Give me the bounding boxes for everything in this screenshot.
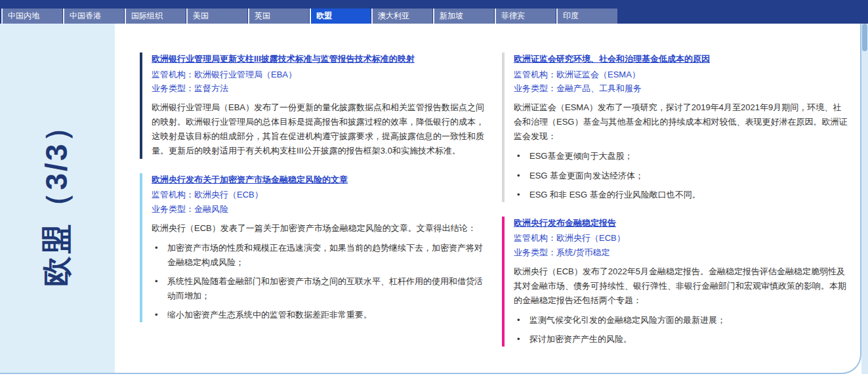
tab-australia[interactable]: 澳大利亚 bbox=[371, 9, 432, 24]
tab-china-mainland[interactable]: 中国内地 bbox=[1, 9, 62, 24]
tab-label: 印度 bbox=[563, 11, 579, 22]
card-regulator: 监管机构：欧洲银行业管理局（EBA） bbox=[152, 69, 487, 81]
tab-label: 新加坡 bbox=[440, 11, 463, 22]
news-card-eba-pillar3-mapping: 欧洲银行业管理局更新支柱III披露技术标准与监管报告技术标准的映射 监管机构：欧… bbox=[140, 53, 487, 159]
card-business-type: 业务类型：金融风险 bbox=[152, 203, 487, 216]
tab-label: 菲律宾 bbox=[501, 11, 525, 22]
card-regulator: 监管机构：欧洲央行（ECB） bbox=[514, 232, 850, 245]
card-title-link[interactable]: 欧洲银行业管理局更新支柱III披露技术标准与监管报告技术标准的映射 bbox=[152, 53, 415, 66]
bullet-item: 探讨加密资产产生的风险。 bbox=[514, 332, 850, 347]
card-business-type: 业务类型：监督方法 bbox=[152, 83, 487, 95]
tab-india[interactable]: 印度 bbox=[556, 9, 617, 24]
card-body: 欧洲央行（ECB）发布了2022年5月金融稳定报告。金融稳定报告评估金融稳定脆弱… bbox=[514, 264, 850, 308]
tab-uk[interactable]: 英国 bbox=[248, 9, 309, 24]
news-card-esma-esg-funds: 欧洲证监会研究环境、社会和治理基金低成本的原因 监管机构：欧洲证监会（ESMA）… bbox=[502, 53, 850, 202]
scrollbar-thumb[interactable] bbox=[862, 24, 867, 51]
section-title: 欧盟（3/3） bbox=[37, 110, 78, 287]
card-regulator: 监管机构：欧洲央行（ECB） bbox=[152, 189, 487, 201]
jurisdiction-tabs: 中国内地 中国香港 国际组织 美国 英国 欧盟 澳大利亚 新加坡 菲律宾 印度 bbox=[1, 9, 618, 24]
sidebar: 欧盟（3/3） bbox=[0, 24, 115, 373]
tab-hong-kong-china[interactable]: 中国香港 bbox=[63, 9, 124, 24]
tab-label: 英国 bbox=[255, 11, 270, 22]
tab-eu[interactable]: 欧盟 bbox=[310, 9, 371, 24]
bullet-item: 系统性风险随着金融部门和加密资产市场之间的互联水平、杠杆作用的使用和借贷活动而增… bbox=[152, 274, 487, 303]
content-column-right: 欧洲证监会研究环境、社会和治理基金低成本的原因 监管机构：欧洲证监会（ESMA）… bbox=[502, 53, 850, 373]
tab-singapore[interactable]: 新加坡 bbox=[433, 9, 494, 24]
tab-usa[interactable]: 美国 bbox=[186, 9, 247, 24]
bullet-item: ESG 和非 ESG 基金的行业风险敞口也不同。 bbox=[514, 188, 850, 202]
tab-label: 国际组织 bbox=[131, 11, 163, 22]
card-bullet-list: ESG基金更倾向于大盘股； ESG 基金更面向发达经济体； ESG 和非 ESG… bbox=[514, 149, 850, 201]
bullet-item: ESG 基金更面向发达经济体； bbox=[514, 169, 850, 183]
card-regulator: 监管机构：欧洲证监会（ESMA） bbox=[514, 69, 850, 81]
top-tab-bar: 中国内地 中国香港 国际组织 美国 英国 欧盟 澳大利亚 新加坡 菲律宾 印度 bbox=[0, 0, 868, 24]
news-card-ecb-crypto-article: 欧洲央行发布关于加密资产市场金融稳定风险的文章 监管机构：欧洲央行（ECB） 业… bbox=[140, 173, 487, 323]
card-business-type: 业务类型：金融产品、工具和服务 bbox=[514, 83, 850, 95]
tab-label: 中国香港 bbox=[70, 11, 101, 22]
tab-label: 澳大利亚 bbox=[378, 11, 409, 22]
page-surface: 欧盟（3/3） 欧洲银行业管理局更新支柱III披露技术标准与监管报告技术标准的映… bbox=[0, 24, 861, 374]
card-title-link[interactable]: 欧洲央行发布关于加密资产市场金融稳定风险的文章 bbox=[152, 173, 348, 186]
tab-international-organizations[interactable]: 国际组织 bbox=[125, 9, 186, 24]
tab-label: 中国内地 bbox=[8, 11, 39, 22]
card-body: 欧洲央行（ECB）发表了一篇关于加密资产市场金融稳定风险的文章。文章得出结论： bbox=[152, 221, 487, 236]
card-bullet-list: 监测气候变化引发的金融稳定风险方面的最新进展； 探讨加密资产产生的风险。 bbox=[514, 313, 850, 347]
card-title-link[interactable]: 欧洲央行发布金融稳定报告 bbox=[514, 217, 616, 230]
card-bullet-list: 加密资产市场的性质和规模正在迅速演变，如果当前的趋势继续下去，加密资产将对金融稳… bbox=[152, 241, 487, 322]
tab-philippines[interactable]: 菲律宾 bbox=[495, 9, 556, 24]
news-card-ecb-financial-stability-report: 欧洲央行发布金融稳定报告 监管机构：欧洲央行（ECB） 业务类型：系统/货币稳定… bbox=[502, 217, 850, 347]
content-column-left: 欧洲银行业管理局更新支柱III披露技术标准与监管报告技术标准的映射 监管机构：欧… bbox=[140, 53, 487, 373]
bullet-item: 监测气候变化引发的金融稳定风险方面的最新进展； bbox=[514, 313, 850, 327]
bullet-item: ESG基金更倾向于大盘股； bbox=[514, 149, 850, 163]
bullet-item: 加密资产市场的性质和规模正在迅速演变，如果当前的趋势继续下去，加密资产将对金融稳… bbox=[152, 241, 487, 270]
card-body: 欧洲证监会（ESMA）发布了一项研究，探讨了2019年4月至2021年9月期间，… bbox=[514, 100, 850, 144]
bullet-item: 缩小加密资产生态系统中的监管和数据差距非常重要。 bbox=[152, 308, 487, 322]
tab-label: 美国 bbox=[193, 11, 209, 22]
scrollbar-track[interactable] bbox=[861, 24, 868, 374]
content-area: 欧洲银行业管理局更新支柱III披露技术标准与监管报告技术标准的映射 监管机构：欧… bbox=[115, 24, 852, 373]
tab-label: 欧盟 bbox=[316, 11, 332, 22]
card-business-type: 业务类型：系统/货币稳定 bbox=[514, 247, 850, 259]
card-title-link[interactable]: 欧洲证监会研究环境、社会和治理基金低成本的原因 bbox=[514, 53, 710, 66]
card-body: 欧洲银行业管理局（EBA）发布了一份更新的量化披露数据点和相关监管报告数据点之间… bbox=[152, 100, 487, 158]
